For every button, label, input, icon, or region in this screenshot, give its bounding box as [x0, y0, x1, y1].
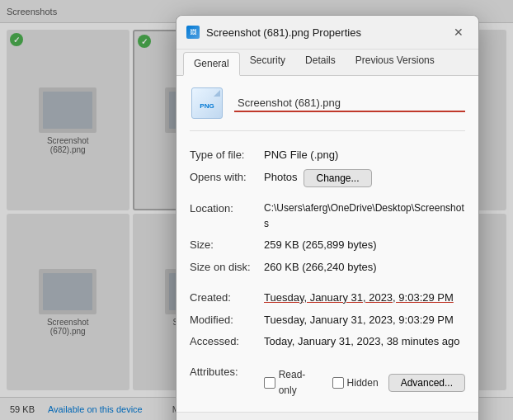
attributes-label: Attributes: [190, 361, 264, 401]
hidden-label: Hidden [347, 375, 379, 391]
readonly-checkbox-label[interactable]: Read-only [264, 367, 322, 399]
tab-previous-versions[interactable]: Previous Versions [346, 50, 445, 76]
attributes-row: Read-only Hidden Advanced... [264, 367, 465, 399]
dialog-file-icon: 🖼 [186, 26, 200, 39]
close-button[interactable]: ✕ [449, 22, 468, 42]
readonly-label: Read-only [279, 367, 322, 399]
hidden-checkbox[interactable] [332, 377, 344, 389]
file-type-icon: PNG [191, 87, 223, 119]
tab-security[interactable]: Security [240, 50, 295, 76]
file-icon: PNG [190, 86, 224, 120]
accessed-label: Accessed: [190, 331, 264, 353]
modified-label: Modified: [190, 309, 264, 332]
modified-value: Tuesday, January 31, 2023, 9:03:29 PM [264, 309, 465, 332]
created-label: Created: [190, 287, 264, 309]
tab-general[interactable]: General [183, 52, 240, 76]
properties-dialog: 🖼 Screenshot (681).png Properties ✕ Gene… [176, 15, 479, 420]
accessed-value: Today, January 31, 2023, 38 minutes ago [264, 331, 465, 353]
dialog-content: PNG Type of file: PNG File (.png) Opens … [176, 76, 478, 412]
dialog-titlebar: 🖼 Screenshot (681).png Properties ✕ [176, 16, 478, 50]
change-button[interactable]: Change... [304, 169, 371, 187]
size-value: 259 KB (265,899 bytes) [264, 234, 465, 257]
size-on-disk-label: Size on disk: [190, 257, 264, 279]
dialog-footer: OK Cancel Apply [176, 412, 478, 420]
dialog-title: Screenshot (681).png Properties [206, 26, 361, 39]
location-label: Location: [190, 198, 264, 234]
opens-with-app: Photos [264, 169, 297, 186]
dialog-title-left: 🖼 Screenshot (681).png Properties [186, 26, 361, 39]
hidden-checkbox-label[interactable]: Hidden [332, 375, 379, 391]
size-label: Size: [190, 234, 264, 257]
type-value: PNG File (.png) [264, 144, 465, 167]
readonly-checkbox[interactable] [264, 377, 275, 389]
created-value: Tuesday, January 31, 2023, 9:03:29 PM [264, 287, 465, 309]
location-value: C:\Users\aferg\OneDrive\Desktop\Screensh… [264, 198, 465, 234]
file-name-input[interactable] [234, 95, 465, 112]
advanced-button[interactable]: Advanced... [388, 374, 465, 392]
opens-value: Photos Change... [264, 167, 465, 190]
size-on-disk-value: 260 KB (266,240 bytes) [264, 257, 465, 279]
opens-label: Opens with: [190, 167, 264, 190]
file-header: PNG [190, 86, 465, 131]
type-label: Type of file: [190, 144, 264, 167]
attributes-value: Read-only Hidden Advanced... [264, 361, 465, 401]
tab-details[interactable]: Details [295, 50, 346, 76]
dialog-tabs: General Security Details Previous Versio… [176, 50, 478, 76]
properties-table: Type of file: PNG File (.png) Opens with… [190, 144, 465, 402]
